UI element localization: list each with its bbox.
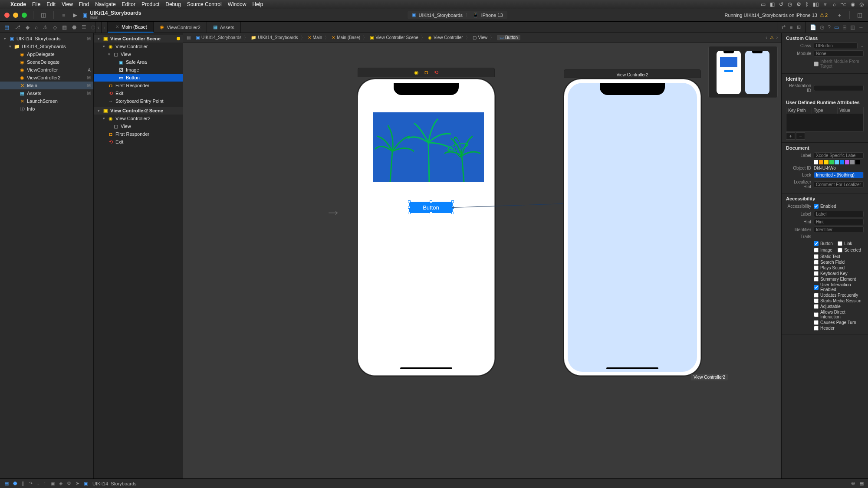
outline-first-responder[interactable]: ◘First Responder [94,82,183,89]
minimap-vc2[interactable] [745,51,769,94]
debug-target[interactable]: UIKit14_Storyboards [92,481,137,486]
outline-image[interactable]: 🖼Image [94,66,183,74]
menu-help[interactable]: Help [252,1,263,7]
minimap-vc1[interactable] [717,51,741,94]
storyboard-canvas[interactable]: → ◉ ◘ ⟲ [183,43,781,478]
find-navigator-icon[interactable]: ⌕ [35,24,38,30]
entry-point-arrow[interactable]: → [326,203,341,221]
color-swatch[interactable] [829,160,834,164]
sync-icon[interactable]: ↺ [779,1,783,7]
first-responder-icon[interactable]: ◘ [424,69,427,75]
step-into-icon[interactable]: ↓ [37,481,39,486]
project-root[interactable]: ▾▣ UIKit14_Storyboards M [0,35,93,43]
class-field[interactable]: UIButton [814,43,858,49]
add-editor-icon[interactable]: ⊞ [797,24,801,30]
search-icon[interactable]: ⌕ [833,1,836,7]
continue-icon[interactable]: ‖ [22,481,24,486]
acc-hint-field[interactable]: Hint [814,219,864,225]
stage-manager-icon[interactable]: ◧ [770,1,775,7]
attributes-inspector-icon[interactable]: ⊟ [842,24,847,30]
env-overrides-icon[interactable]: ⚙ [67,481,71,486]
module-field[interactable]: None [814,50,864,57]
trait-checkbox[interactable] [814,320,819,325]
outline-toggle-icon[interactable]: ▤ [187,35,191,40]
trait-checkbox[interactable] [814,304,819,309]
file-appdelegate[interactable]: ◉AppDelegate [0,50,93,58]
scheme-selector[interactable]: ▣ UIKit14_Storyboards 〉 📱 iPhone 13 [407,11,507,19]
trait-checkbox[interactable] [814,326,819,331]
bluetooth-icon[interactable]: ᛒ [806,1,809,7]
trait-checkbox[interactable] [814,298,819,303]
outline-safearea[interactable]: ▣Safe Area [94,58,183,66]
canvas-device-vc2[interactable] [564,79,701,376]
lock-field[interactable]: Inherited - (Nothing) [814,172,864,178]
add-attr-icon[interactable]: ＋ [786,132,795,140]
clock-icon[interactable]: ◷ [788,1,792,7]
battery-icon[interactable]: ▮▯ [813,1,819,7]
tab-main-storyboard[interactable]: ✕ Main (Base) [108,22,154,33]
menu-edit[interactable]: Edit [46,1,56,7]
history-inspector-icon[interactable]: ◷ [820,24,824,30]
file-assets[interactable]: ▦AssetsM [0,89,93,97]
debug-toggle-icon[interactable]: ▤ [4,481,9,486]
menu-product[interactable]: Product [141,1,159,7]
outline-view1[interactable]: ▾▢View [94,50,183,58]
minimize-button[interactable] [13,13,18,18]
help-inspector-icon[interactable]: ? [828,24,831,30]
canvas-device-vc1[interactable]: Button [358,79,495,376]
location-icon[interactable]: ➤ [76,481,79,486]
app-menu[interactable]: Xcode [10,1,26,7]
next-issue-icon[interactable]: › [776,35,778,40]
breakpoints-icon[interactable]: ⬣ [13,481,17,486]
scene2-title-bar[interactable]: View Controller2 [564,69,701,78]
menu-navigate[interactable]: Navigate [95,1,115,7]
color-swatch[interactable] [840,160,844,164]
doc-label-field[interactable]: Xcode Specific Label [814,152,864,159]
color-swatch[interactable] [850,160,855,164]
outline-entry-point[interactable]: →Storyboard Entry Point [94,97,183,105]
jump-bar[interactable]: ▤ ▣UIKit14_Storyboards〉 📁UIKit14_Storybo… [183,33,781,43]
color-swatch[interactable] [824,160,829,164]
vc-icon[interactable]: ◉ [414,69,418,75]
user-icon[interactable]: ◉ [851,1,855,7]
display-icon[interactable]: ▭ [761,1,766,7]
file-main-storyboard[interactable]: ✕MainM [0,82,93,89]
issue-indicator-icon[interactable]: ⚠ [770,35,774,40]
scene1-dock[interactable]: ◉ ◘ ⟲ [358,68,495,77]
symbol-navigator-icon[interactable]: ◆ [26,24,30,30]
file-viewcontroller2[interactable]: ◉ViewController2M [0,74,93,82]
scene2-header[interactable]: ▾▣ View Controller2 Scene [94,107,183,115]
run-button[interactable]: ▶ [71,11,79,19]
trait-checkbox[interactable] [814,277,819,282]
trait-checkbox[interactable] [814,271,819,276]
zoom-button[interactable] [22,13,27,18]
file-info[interactable]: ⓘInfo [0,105,93,113]
close-button[interactable] [4,13,10,18]
acc-label-field[interactable]: Label [814,211,864,217]
inspector-toggle-icon[interactable]: ◫ [856,11,864,19]
stop-button[interactable]: ■ [60,11,68,19]
outline-first-responder2[interactable]: ◘First Responder [94,130,183,138]
trait-checkbox[interactable] [814,241,819,246]
adjust-editor-icon[interactable]: ⇄ [782,24,786,30]
prev-issue-icon[interactable]: ‹ [766,35,767,40]
restoration-id-field[interactable] [814,85,864,91]
project-title[interactable]: UIKit14_Storyboards main [90,10,141,20]
color-swatch[interactable] [855,160,860,164]
trait-checkbox[interactable] [814,265,819,270]
file-launchscreen[interactable]: ✕LaunchScreen [0,97,93,105]
menu-find[interactable]: Find [79,1,89,7]
siri-icon[interactable]: ◎ [859,1,864,7]
exit-icon[interactable]: ⟲ [434,69,438,75]
canvas-imageview[interactable] [373,112,484,182]
trait-checkbox[interactable] [838,248,842,252]
canvas-minimap[interactable] [708,46,778,98]
trait-checkbox[interactable] [814,285,819,290]
source-control-navigator-icon[interactable]: ⎇ [14,24,20,30]
color-swatch[interactable] [819,160,823,164]
nav-back-icon[interactable]: ‹ [98,25,99,30]
breakpoint-navigator-icon[interactable]: ⬣ [72,24,76,30]
tab-history-back-icon[interactable]: ▢ [91,25,95,29]
menu-window[interactable]: Window [228,1,247,7]
scene1-header[interactable]: ▾▣ View Controller Scene [94,35,183,43]
